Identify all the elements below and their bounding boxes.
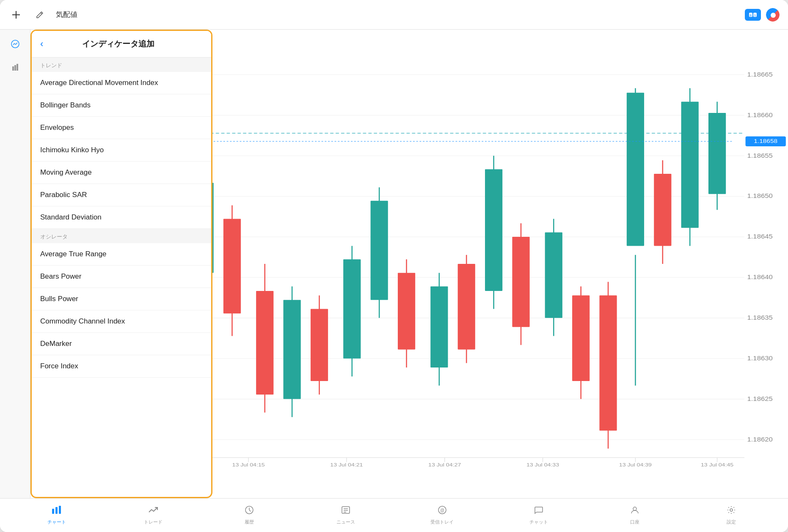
svg-text:13 Jul 04:33: 13 Jul 04:33 xyxy=(526,462,559,468)
news-nav-label: ニュース xyxy=(336,519,355,525)
svg-rect-8 xyxy=(14,65,16,71)
svg-rect-49 xyxy=(430,286,448,367)
nav-item-history[interactable]: 履歴 xyxy=(201,505,298,525)
svg-text:13 Jul 04:39: 13 Jul 04:39 xyxy=(619,462,652,468)
panel-list: トレンド Average Directional Movement Index … xyxy=(32,58,211,497)
indicator-panel: ‹ インディケータ追加 トレンド Average Directional Mov… xyxy=(30,30,212,498)
svg-rect-102 xyxy=(55,507,58,514)
buy-sell-btn[interactable]: B S xyxy=(745,9,761,21)
svg-rect-37 xyxy=(256,291,273,395)
indicators-sidebar-icon[interactable] xyxy=(8,36,23,52)
panel-overlay: ‹ インディケータ追加 トレンド Average Directional Mov… xyxy=(30,30,212,498)
svg-text:13 Jul 04:21: 13 Jul 04:21 xyxy=(330,462,363,468)
list-item[interactable]: Parabolic SAR xyxy=(32,184,211,206)
svg-rect-47 xyxy=(398,273,415,349)
bottom-nav: チャート トレード 履歴 xyxy=(0,498,788,532)
top-bar-left: 気配値 xyxy=(8,7,77,22)
chart-nav-icon xyxy=(52,505,62,517)
nav-item-chat[interactable]: チャット xyxy=(490,505,587,525)
svg-text:13 Jul 04:27: 13 Jul 04:27 xyxy=(428,462,461,468)
chat-nav-icon xyxy=(534,505,543,517)
svg-rect-103 xyxy=(59,506,61,514)
chart-type-icon[interactable] xyxy=(8,60,23,75)
svg-text:1.18665: 1.18665 xyxy=(747,71,773,77)
svg-rect-39 xyxy=(284,300,301,399)
nav-item-account[interactable]: 口座 xyxy=(587,505,683,525)
list-item[interactable]: Envelopes xyxy=(32,117,211,139)
list-item[interactable]: Average Directional Movement Index xyxy=(32,72,211,94)
svg-rect-66 xyxy=(654,174,671,246)
app-container: 気配値 B S xyxy=(0,0,788,532)
list-item[interactable]: Average True Range xyxy=(32,243,211,266)
trade-nav-icon xyxy=(148,505,158,517)
svg-rect-59 xyxy=(572,296,590,381)
back-button[interactable]: ‹ xyxy=(40,38,43,49)
svg-rect-101 xyxy=(52,509,54,514)
account-nav-icon xyxy=(630,505,639,517)
list-item[interactable]: Commodity Channel Index xyxy=(32,310,211,333)
chart-nav-label: チャート xyxy=(47,519,66,525)
left-sidebar xyxy=(0,30,30,498)
svg-text:1.18630: 1.18630 xyxy=(747,355,773,361)
settings-nav-icon xyxy=(727,505,736,517)
svg-text:1.18620: 1.18620 xyxy=(747,436,773,442)
svg-text:1.18625: 1.18625 xyxy=(747,395,773,402)
svg-point-112 xyxy=(730,509,733,511)
svg-text:1.18658: 1.18658 xyxy=(754,138,777,144)
signals-nav-label: 受信トレイ xyxy=(430,519,454,525)
top-bar-title: 気配値 xyxy=(56,10,77,19)
nav-item-chart[interactable]: チャート xyxy=(8,505,105,525)
history-nav-label: 履歴 xyxy=(245,519,254,525)
svg-rect-70 xyxy=(708,113,726,194)
list-item[interactable]: Bears Power xyxy=(32,266,211,288)
svg-text:1.18655: 1.18655 xyxy=(747,152,773,159)
list-item[interactable]: Force Index xyxy=(32,355,211,378)
svg-rect-51 xyxy=(458,264,475,349)
svg-rect-61 xyxy=(599,296,617,431)
profile-btn[interactable] xyxy=(766,8,780,22)
svg-rect-45 xyxy=(371,201,388,300)
list-item[interactable]: Ichimoku Kinko Hyo xyxy=(32,139,211,162)
svg-text:1.18650: 1.18650 xyxy=(747,193,773,199)
svg-text:S: S xyxy=(754,14,756,17)
list-item[interactable]: Standard Deviation xyxy=(32,206,211,229)
svg-text:1.18640: 1.18640 xyxy=(747,274,773,280)
svg-text:13 Jul 04:15: 13 Jul 04:15 xyxy=(232,462,265,468)
pencil-icon[interactable] xyxy=(32,7,47,22)
svg-point-111 xyxy=(633,507,636,510)
svg-text:1.18645: 1.18645 xyxy=(747,233,773,240)
signals-nav-icon: @ xyxy=(438,505,447,517)
history-nav-icon xyxy=(245,505,254,517)
svg-rect-9 xyxy=(17,64,18,71)
nav-item-settings[interactable]: 設定 xyxy=(683,505,780,525)
chat-nav-label: チャット xyxy=(529,519,548,525)
top-bar: 気配値 B S xyxy=(0,0,788,30)
list-item[interactable]: DeMarker xyxy=(32,333,211,355)
nav-item-signals[interactable]: @ 受信トレイ xyxy=(394,505,490,525)
list-item[interactable]: Bulls Power xyxy=(32,288,211,310)
trade-nav-label: トレード xyxy=(144,519,163,525)
list-item[interactable]: Bollinger Bands xyxy=(32,94,211,117)
top-bar-right: B S xyxy=(745,8,780,22)
crosshair-icon[interactable] xyxy=(8,7,24,22)
account-nav-label: 口座 xyxy=(630,519,639,525)
svg-text:1.18635: 1.18635 xyxy=(747,314,773,321)
main-area: ‹ インディケータ追加 トレンド Average Directional Mov… xyxy=(0,30,788,498)
panel-header: ‹ インディケータ追加 xyxy=(32,31,211,58)
nav-item-trade[interactable]: トレード xyxy=(105,505,201,525)
svg-rect-43 xyxy=(343,259,361,358)
svg-rect-68 xyxy=(681,101,699,228)
svg-rect-57 xyxy=(545,232,562,318)
svg-rect-53 xyxy=(485,169,502,291)
nav-item-news[interactable]: ニュース xyxy=(298,505,394,525)
svg-text:13 Jul 04:45: 13 Jul 04:45 xyxy=(701,462,733,468)
oscillator-section-header: オシレータ xyxy=(32,229,211,243)
svg-rect-7 xyxy=(12,66,14,71)
settings-nav-label: 設定 xyxy=(727,519,736,525)
svg-text:1.18660: 1.18660 xyxy=(747,112,773,118)
svg-rect-41 xyxy=(311,309,328,381)
svg-text:B: B xyxy=(749,14,752,17)
svg-rect-55 xyxy=(512,237,529,327)
list-item[interactable]: Moving Average xyxy=(32,162,211,184)
panel-title: インディケータ追加 xyxy=(49,38,203,49)
